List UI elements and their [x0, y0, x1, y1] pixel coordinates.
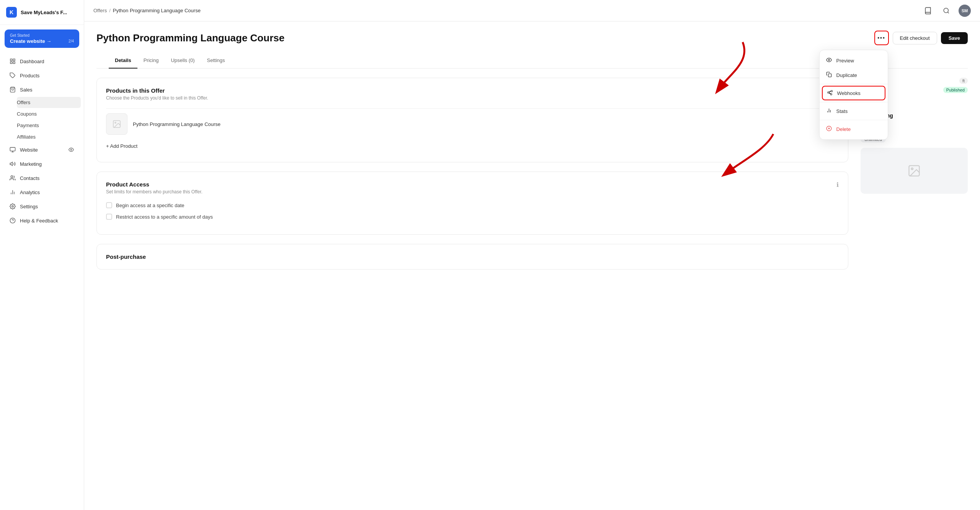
search-icon[interactable] [940, 5, 952, 17]
dropdown-divider-1 [820, 84, 888, 84]
sidebar-item-contacts[interactable]: Contacts [3, 171, 81, 185]
tab-pricing[interactable]: Pricing [137, 53, 165, 69]
offer-image-placeholder [861, 148, 968, 194]
main-content: Offers / Python Programming Language Cou… [84, 0, 980, 510]
stats-label: Stats [836, 108, 848, 114]
offers-label: Offers [17, 100, 30, 105]
analytics-label: Analytics [20, 190, 40, 195]
users-icon [9, 175, 16, 181]
page-title: Python Programming Language Course [96, 32, 284, 44]
help-circle-icon [9, 217, 16, 224]
svg-point-20 [828, 59, 830, 61]
dropdown-webhooks[interactable]: Webhooks [822, 86, 885, 100]
settings-icon [9, 203, 16, 210]
sidebar-item-coupons[interactable]: Coupons [17, 108, 81, 119]
dropdown-preview[interactable]: Preview [820, 53, 888, 68]
svg-rect-21 [828, 74, 831, 77]
breadcrumb: Offers / Python Programming Language Cou… [93, 8, 201, 13]
svg-rect-2 [10, 62, 12, 64]
breadcrumb-offers[interactable]: Offers [93, 8, 107, 13]
dropdown-stats[interactable]: Stats [820, 104, 888, 118]
product-access-subtitle: Set limits for members who purchase this… [106, 189, 203, 195]
product-name: Python Programming Language Course [133, 121, 220, 127]
stats-icon [826, 108, 833, 114]
delete-icon [826, 126, 833, 132]
products-card: Products in this Offer Choose the Produc… [96, 78, 848, 162]
product-thumbnail [106, 113, 127, 135]
edit-checkout-button[interactable]: Edit checkout [893, 32, 937, 44]
delete-label: Delete [836, 126, 851, 132]
sidebar-item-affiliates[interactable]: Affiliates [17, 131, 81, 142]
get-started-banner[interactable]: Get Started Create website → 2/4 [5, 29, 79, 48]
company-name: Save MyLeads's F... [21, 10, 67, 15]
dropdown-divider-2 [820, 102, 888, 102]
sidebar-item-settings[interactable]: Settings [3, 199, 81, 213]
add-product-button[interactable]: + Add Product [106, 139, 839, 153]
sidebar-item-sales[interactable]: Sales [3, 83, 81, 96]
sidebar-item-analytics[interactable]: Analytics [3, 185, 81, 199]
topbar: Offers / Python Programming Language Cou… [84, 0, 980, 21]
dropdown-menu: Preview Duplicate [819, 50, 888, 140]
tab-details[interactable]: Details [109, 53, 137, 69]
sidebar-item-marketing[interactable]: Marketing [3, 157, 81, 171]
svg-point-18 [944, 8, 948, 13]
topbar-actions: SM [922, 5, 971, 17]
products-card-subtitle: Choose the Products you'd like to sell i… [106, 95, 839, 101]
help-label: Help & Feedback [20, 218, 58, 224]
dashboard-label: Dashboard [20, 59, 44, 64]
shopping-bag-icon [9, 86, 16, 93]
access-option-1-label: Begin access at a specific date [116, 203, 185, 208]
dropdown-delete[interactable]: Delete [820, 122, 888, 136]
access-option-1-checkbox[interactable] [106, 202, 112, 208]
save-button[interactable]: Save [941, 32, 968, 44]
duplicate-label: Duplicate [836, 72, 857, 78]
products-card-title: Products in this Offer [106, 87, 839, 94]
page-title-actions: ••• Preview [874, 31, 968, 45]
svg-point-9 [70, 149, 72, 150]
avatar[interactable]: SM [959, 5, 971, 17]
webhooks-label: Webhooks [837, 90, 861, 96]
published-badge: Published [943, 87, 968, 93]
marketing-label: Marketing [20, 161, 42, 167]
sidebar-item-website[interactable]: Website [3, 143, 81, 157]
access-option-2-row: Restrict access to a specific amount of … [106, 214, 839, 220]
info-icon: ℹ [836, 181, 839, 188]
logo-icon: K [6, 7, 17, 18]
breadcrumb-separator: / [109, 8, 111, 13]
product-access-card: Product Access Set limits for members wh… [96, 172, 848, 235]
sidebar-item-products[interactable]: Products [3, 69, 81, 82]
svg-rect-0 [10, 59, 12, 61]
three-dots-button[interactable]: ••• Preview [874, 31, 889, 45]
draft-badge: ft [959, 78, 968, 84]
tab-upsells[interactable]: Upsells (0) [165, 53, 201, 69]
copy-icon [826, 72, 833, 78]
svg-point-11 [11, 176, 13, 178]
sidebar-item-payments[interactable]: Payments [17, 120, 81, 131]
nav-section: Dashboard Products Sales Offers Coupons … [0, 51, 84, 231]
dropdown-divider-3 [820, 120, 888, 120]
product-item: Python Programming Language Course ✕ [106, 108, 839, 139]
sidebar-item-dashboard[interactable]: Dashboard [3, 54, 81, 68]
sales-label: Sales [20, 87, 33, 93]
sidebar-logo[interactable]: K Save MyLeads's F... [0, 0, 84, 25]
sidebar-item-help[interactable]: Help & Feedback [3, 214, 81, 227]
access-option-2-checkbox[interactable] [106, 214, 112, 220]
contacts-label: Contacts [20, 175, 39, 181]
book-icon[interactable] [922, 5, 934, 17]
page-title-row: Python Programming Language Course ••• P… [96, 31, 968, 45]
sidebar-item-offers[interactable]: Offers [17, 97, 81, 108]
access-option-1-row: Begin access at a specific date [106, 202, 839, 208]
page-header: Python Programming Language Course ••• P… [84, 21, 980, 69]
svg-rect-3 [13, 62, 15, 64]
dropdown-duplicate[interactable]: Duplicate [820, 68, 888, 82]
svg-line-19 [947, 12, 949, 13]
three-dots-icon: ••• [877, 35, 885, 41]
tab-settings[interactable]: Settings [201, 53, 231, 69]
page-content: Python Programming Language Course ••• P… [84, 21, 980, 510]
svg-point-29 [115, 122, 116, 123]
create-website-button[interactable]: Create website → [10, 38, 51, 44]
webhook-icon [826, 90, 833, 96]
eye-dropdown-icon [826, 57, 833, 64]
access-option-2-label: Restrict access to a specific amount of … [116, 214, 213, 220]
svg-marker-10 [10, 162, 12, 165]
